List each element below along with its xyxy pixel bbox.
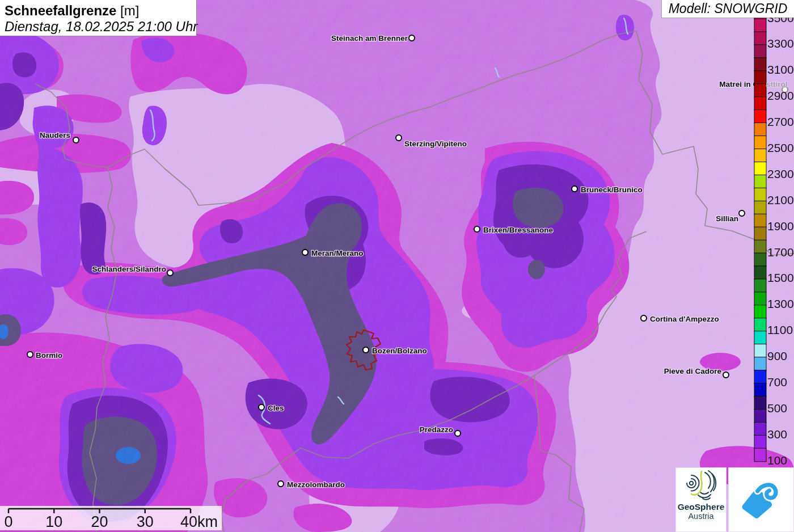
legend-color-segment [754,201,766,214]
city-marker [363,347,369,353]
legend-color-segment [754,422,766,436]
scalebar: 010203040km [0,506,222,530]
city-marker [259,404,264,410]
legend-color-segment [754,188,766,201]
weather-map-page: Steinach am BrennerMatrei in ONaudersSte… [0,0,794,532]
city-marker [73,137,79,143]
legend-color-segment [754,32,766,45]
legend-tick-label: 3300 [767,37,794,50]
legend-color-segment [754,383,766,397]
city-marker [27,352,33,357]
map-canvas: Steinach am BrennerMatrei in ONaudersSte… [0,0,794,532]
legend-color-segment [754,448,766,462]
city-label: Bruneck/Brunico [581,185,643,194]
legend-color-segment [754,110,766,124]
city-label: Brixen/Bressanone [483,226,554,234]
city-label: Cortina d'Ampezzo [650,315,719,323]
city-label: Bozen/Bolzano [372,347,427,355]
legend-tick-label: 700 [767,375,787,389]
legend-color-segment [754,370,766,384]
legend-color-segment [754,292,766,306]
legend-tick-label: 2500 [767,141,794,154]
legend-color-segment [754,214,766,227]
legend-color-segment [754,240,766,254]
city-marker [396,135,402,141]
legend-color-segment [754,253,766,267]
scalebar-label: 40km [180,513,218,530]
legend-tick-label: 2900 [767,89,794,102]
legend-color-segment [754,266,766,280]
legend-tick-label: 1100 [767,323,793,336]
geosphere-logo-name: GeoSphere [678,502,725,512]
city-marker [455,430,461,436]
geosphere-logo-country: Austria [688,512,713,521]
city-marker [409,35,415,41]
legend-color-segment [754,136,766,150]
city-label: Matrei in O [719,80,759,88]
legend-tick-label: 1500 [767,271,794,284]
legend-tick-label: 2700 [767,115,794,128]
legend-color-segment [754,162,766,175]
city-label: Sterzing/Vipiteno [404,140,467,148]
city-label: Schlanders/Silandro [92,265,166,273]
city-marker [572,186,577,192]
legend-color-segment [754,175,766,188]
avalanche-logo-box [728,467,794,532]
legend-tick-label: 1900 [767,219,794,233]
map-title-unit: [m] [120,3,139,18]
geosphere-logo-box: GeoSphere Austria [675,467,727,532]
scalebar-panel: 010203040km [0,506,222,530]
legend-color-segment [754,279,766,293]
legend-tick-label: 1300 [767,297,794,310]
map-title: Schneefallgrenze [m] [5,2,191,19]
legend-color-segment [754,84,766,98]
legend-color-segment [754,344,766,358]
legend-color-segment [754,357,766,371]
legend-color-segment [754,318,766,332]
city-marker [278,481,284,487]
legend-color-segment [754,396,766,410]
city-marker [474,226,480,232]
city-label: Sillian [716,214,738,223]
city-marker [739,210,745,216]
legend-color-segment [754,227,766,240]
city-label: Cles [268,404,284,412]
legend-color-segment [754,123,766,137]
legend-color-segment [754,305,766,319]
map-title-text: Schneefallgrenze [5,3,116,18]
avalanche-mountain-icon [737,477,785,522]
city-marker [302,250,308,255]
geosphere-logo-icon [682,468,720,503]
legend-color-segment [754,435,766,449]
scalebar-label: 0 [4,513,12,530]
city-marker [723,372,729,378]
legend-color-segment [754,19,766,32]
scalebar-label: 20 [91,513,108,530]
legend-color-segment [754,45,766,58]
city-label: Predazzo [420,425,453,434]
legend-tick-label: 3100 [767,63,794,76]
legend-tick-label: 500 [767,402,787,415]
model-label: Modell: SNOWGRID [669,1,788,16]
city-label: Steinach am Brenner [331,34,408,43]
legend-tick-label: 1700 [767,246,794,259]
legend-tick-label: 2300 [767,167,794,180]
scalebar-label: 10 [45,513,62,530]
city-marker [167,270,173,276]
legend-tick-label: 300 [767,428,787,441]
legend-tick-label: 2100 [767,193,794,206]
legend-color-segment [754,58,766,71]
legend-color-segment [754,71,766,85]
legend-color-segment [754,331,766,345]
city-label: Mezzolombardo [287,480,345,489]
legend-tick-label: 900 [767,349,787,362]
map-title-panel: Schneefallgrenze [m] Dienstag, 18.02.202… [0,0,196,36]
city-label: Bormio [36,351,62,360]
map-datetime: Dienstag, 18.02.2025 21:00 Uhr [5,19,191,35]
city-label-tail: sttirol [766,80,788,88]
legend-color-segment [754,409,766,423]
city-label: Pieve di Cadore [664,367,722,375]
city-label: Nauders [40,131,70,140]
city-marker [641,315,647,321]
legend-tick-label: 100 [767,454,787,467]
